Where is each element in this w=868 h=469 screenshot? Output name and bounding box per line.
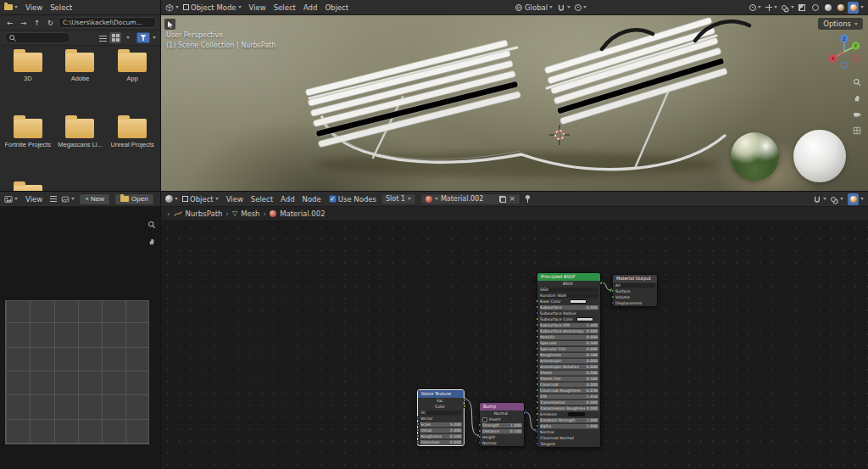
input-socket[interactable] [416,428,420,432]
input-socket[interactable] [536,436,539,439]
xray-toggle-button[interactable] [798,4,805,11]
display-mode-list-button[interactable] [97,32,108,43]
input-socket[interactable] [611,301,615,304]
search-input[interactable] [4,32,70,43]
input-socket[interactable] [536,442,539,445]
open-image-button[interactable]: Open [114,193,154,205]
menu-item[interactable]: View [223,194,247,204]
filter-settings-dropdown[interactable] [153,36,156,39]
folder-item[interactable]: Fortnite Projects [2,119,54,149]
node-row[interactable]: Vector [418,416,464,422]
node-row[interactable]: Fac [418,398,464,404]
node-row[interactable]: Transmission 0.000 [537,399,600,405]
folder-item[interactable]: Megascans Li... [54,119,107,149]
input-socket[interactable] [536,371,539,374]
menu-item[interactable]: Select [248,194,276,204]
shading-wireframe-button[interactable] [810,2,821,14]
zoom-icon[interactable] [853,78,861,87]
node-row[interactable]: Tangent [537,441,600,447]
material-datablock-selector[interactable]: Material.002 × [420,193,520,205]
input-socket[interactable] [536,394,539,398]
node-row[interactable]: Normal [480,410,524,416]
node-row[interactable]: Normal [537,429,600,435]
preview-shading-dropdown[interactable] [848,193,864,205]
node-row[interactable]: Roughness 0.500 [418,433,464,439]
input-socket[interactable] [536,388,539,392]
node-noise-texture[interactable]: Noise Texture Fac [417,389,465,446]
output-socket[interactable] [463,405,466,408]
input-socket[interactable] [536,424,539,427]
input-socket[interactable] [536,365,539,368]
input-socket[interactable] [536,353,539,356]
node-row[interactable]: Color [418,404,464,410]
node-row[interactable]: Displacement [613,300,657,306]
color-swatch[interactable] [576,317,593,321]
folder-item[interactable]: Unreal Projects [106,119,159,149]
input-socket[interactable] [478,435,481,438]
shading-rendered-button[interactable] [848,2,859,14]
output-socket[interactable] [599,282,603,285]
output-socket[interactable] [523,411,526,415]
input-socket[interactable] [478,441,481,444]
show-overlays-button[interactable] [782,5,794,10]
viewport-options-dropdown[interactable]: Options [818,18,863,30]
node-row[interactable]: Subsurface Radius [537,310,600,316]
color-swatch[interactable] [570,299,587,304]
path-field[interactable]: C:\Users\kackel\Docum... [58,17,156,28]
menu-item[interactable]: Node [299,194,325,204]
input-socket[interactable] [416,434,420,438]
pan-hand-icon[interactable] [853,94,861,103]
input-socket[interactable] [536,400,539,404]
input-socket[interactable] [536,347,539,350]
display-settings-dropdown[interactable] [122,32,134,43]
input-socket[interactable] [536,406,539,410]
node-row[interactable]: Volume [613,294,657,300]
editor-type-selector[interactable] [165,3,179,12]
proportional-editing-button[interactable] [575,4,587,11]
refresh-button[interactable]: ↻ [45,17,56,28]
node-row[interactable]: Normal [480,440,524,446]
menu-item[interactable]: Select [47,3,75,13]
editor-type-selector[interactable] [4,195,18,204]
specials-menu-button[interactable] [50,196,57,202]
snapping-button[interactable] [813,195,826,204]
filter-toggle-button[interactable] [136,32,150,43]
input-socket[interactable] [416,416,420,420]
x-neg-axis-handle[interactable] [853,55,859,61]
input-socket[interactable] [536,377,539,380]
orthographic-grid-icon[interactable] [853,126,861,135]
menu-item[interactable]: Select [270,3,299,13]
visibility-dropdown[interactable] [749,4,761,11]
viewport-canvas[interactable]: User Perspective (1) Scene Collection | … [161,15,868,191]
pin-button[interactable] [525,195,531,203]
node-principled-bsdf[interactable]: Principled BSDF BSDF [537,272,601,448]
node-row[interactable]: Scale 5.000 [418,422,464,427]
folder-item[interactable]: App [106,53,159,83]
node-row[interactable]: IOR 1.450 [537,394,600,399]
editor-type-selector[interactable] [4,4,18,10]
file-list[interactable]: 3D Adobe App Fortnite Projects [0,46,160,191]
node-row[interactable]: Clearcoat Roughness 0.030 [537,388,600,394]
node-row[interactable]: Invert [480,416,524,422]
breadcrumb-object[interactable]: NurbsPath [186,209,223,218]
node-row[interactable]: Emission Strength 1.000 [537,417,600,423]
new-image-button[interactable]: + New [79,193,110,205]
node-row[interactable]: Height [480,434,524,440]
node-row[interactable]: BSDF [537,281,600,287]
node-row[interactable]: Sheen 0.000 [537,370,600,376]
navigation-axis-gizmo[interactable]: Z Y X [825,32,864,71]
node-row[interactable]: 3D [418,410,464,416]
node-row[interactable]: Specular Tint 0.000 [537,346,600,352]
active-shading-button[interactable] [848,193,859,205]
display-mode-thumbnail-button[interactable] [109,32,121,43]
color-swatch[interactable] [568,412,585,416]
breadcrumb-material[interactable]: Material.002 [280,209,325,218]
node-header[interactable]: Material Output [613,275,657,282]
node-row[interactable]: Sheen Tint 0.500 [537,376,600,382]
node-row[interactable]: Metallic 0.000 [537,334,600,340]
node-row[interactable]: Subsurface 0.000 [537,304,600,310]
node-row[interactable]: Subsurface IOR 1.400 [537,322,600,328]
shader-type-dropdown[interactable]: Object [182,195,219,204]
node-row[interactable]: Subsurface Color [537,316,600,322]
node-row[interactable]: Specular 0.500 [537,340,600,346]
